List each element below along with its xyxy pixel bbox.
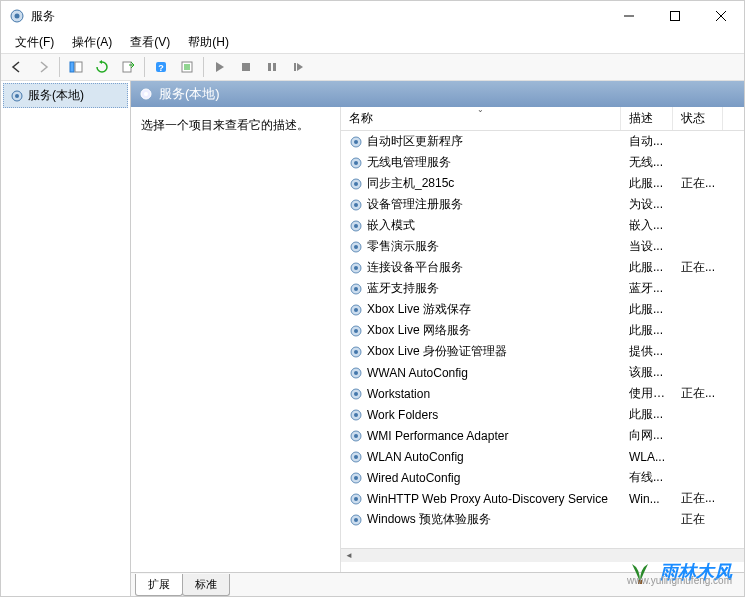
start-button[interactable] — [208, 55, 232, 79]
toolbar-separator — [203, 57, 204, 77]
service-status-cell: 正在... — [673, 259, 723, 276]
service-row[interactable]: 自动时区更新程序自动... — [341, 131, 744, 152]
service-status-cell: 正在 — [673, 511, 723, 528]
gear-icon — [349, 156, 363, 170]
main-body: 选择一个项目来查看它的描述。 ⌄ 名称 描述 状态 自动时区更新程序自动...无… — [131, 107, 744, 572]
gear-icon — [349, 219, 363, 233]
menubar: 文件(F) 操作(A) 查看(V) 帮助(H) — [1, 31, 744, 53]
service-desc-cell: WLA... — [621, 450, 673, 464]
svg-point-22 — [144, 92, 148, 96]
service-row[interactable]: Xbox Live 身份验证管理器提供... — [341, 341, 744, 362]
service-row[interactable]: Work Folders此服... — [341, 404, 744, 425]
service-desc-cell: 此服... — [621, 259, 673, 276]
stop-button[interactable] — [234, 55, 258, 79]
menu-help[interactable]: 帮助(H) — [180, 33, 237, 52]
svg-point-50 — [354, 413, 358, 417]
service-row[interactable]: WinHTTP Web Proxy Auto-Discovery Service… — [341, 488, 744, 509]
svg-point-32 — [354, 224, 358, 228]
service-desc-cell: 向网... — [621, 427, 673, 444]
svg-rect-8 — [123, 62, 131, 72]
service-row[interactable]: 蓝牙支持服务蓝牙... — [341, 278, 744, 299]
menu-view[interactable]: 查看(V) — [122, 33, 178, 52]
service-row[interactable]: 设备管理注册服务为设... — [341, 194, 744, 215]
service-desc-cell: 此服... — [621, 406, 673, 423]
maximize-button[interactable] — [652, 1, 698, 31]
svg-point-54 — [354, 455, 358, 459]
main-header-title: 服务(本地) — [159, 85, 220, 103]
forward-button[interactable] — [31, 55, 55, 79]
service-row[interactable]: 连接设备平台服务此服...正在... — [341, 257, 744, 278]
svg-point-24 — [354, 140, 358, 144]
service-name-cell: Wired AutoConfig — [341, 471, 621, 485]
properties-button[interactable] — [175, 55, 199, 79]
restart-button[interactable] — [286, 55, 310, 79]
service-row[interactable]: 同步主机_2815c此服...正在... — [341, 173, 744, 194]
service-name-cell: 嵌入模式 — [341, 217, 621, 234]
main-panel: 服务(本地) 选择一个项目来查看它的描述。 ⌄ 名称 描述 状态 自动时区更新程… — [131, 81, 744, 596]
column-header-description[interactable]: 描述 — [621, 107, 673, 130]
service-row[interactable]: WWAN AutoConfig该服... — [341, 362, 744, 383]
service-row[interactable]: 无线电管理服务无线... — [341, 152, 744, 173]
service-name-cell: Windows 预览体验服务 — [341, 511, 621, 528]
svg-point-40 — [354, 308, 358, 312]
service-name-cell: 蓝牙支持服务 — [341, 280, 621, 297]
service-name-cell: Xbox Live 网络服务 — [341, 322, 621, 339]
minimize-button[interactable] — [606, 1, 652, 31]
service-row[interactable]: WLAN AutoConfigWLA... — [341, 446, 744, 467]
service-name-cell: 无线电管理服务 — [341, 154, 621, 171]
service-row[interactable]: Wired AutoConfig有线... — [341, 467, 744, 488]
pause-button[interactable] — [260, 55, 284, 79]
sidebar-item-label: 服务(本地) — [28, 87, 84, 104]
show-hide-tree-button[interactable] — [64, 55, 88, 79]
service-name-cell: 自动时区更新程序 — [341, 133, 621, 150]
service-desc-cell: 此服... — [621, 322, 673, 339]
help-button[interactable]: ? — [149, 55, 173, 79]
watermark-url: www.yulingmufeng.com — [627, 575, 732, 586]
column-header-status[interactable]: 状态 — [673, 107, 723, 130]
svg-rect-6 — [70, 62, 74, 72]
gear-icon — [349, 240, 363, 254]
tab-standard[interactable]: 标准 — [182, 574, 230, 596]
service-row[interactable]: WMI Performance Adapter向网... — [341, 425, 744, 446]
tab-extended[interactable]: 扩展 — [135, 574, 183, 596]
refresh-button[interactable] — [90, 55, 114, 79]
window-controls — [606, 1, 744, 31]
gear-icon — [349, 303, 363, 317]
export-button[interactable] — [116, 55, 140, 79]
svg-point-44 — [354, 350, 358, 354]
window-title: 服务 — [31, 8, 606, 25]
service-name-cell: Xbox Live 身份验证管理器 — [341, 343, 621, 360]
list-body[interactable]: 自动时区更新程序自动...无线电管理服务无线...同步主机_2815c此服...… — [341, 131, 744, 548]
gear-icon — [349, 492, 363, 506]
service-row[interactable]: Windows 预览体验服务正在 — [341, 509, 744, 530]
service-desc-cell: 嵌入... — [621, 217, 673, 234]
service-row[interactable]: Xbox Live 网络服务此服... — [341, 320, 744, 341]
service-name-cell: WMI Performance Adapter — [341, 429, 621, 443]
content-area: 服务(本地) 服务(本地) 选择一个项目来查看它的描述。 ⌄ 名称 描述 状态 — [1, 81, 744, 596]
back-button[interactable] — [5, 55, 29, 79]
service-row[interactable]: 零售演示服务当设... — [341, 236, 744, 257]
service-desc-cell: Win... — [621, 492, 673, 506]
service-name-cell: Xbox Live 游戏保存 — [341, 301, 621, 318]
gear-icon — [349, 408, 363, 422]
service-name-cell: 设备管理注册服务 — [341, 196, 621, 213]
svg-rect-16 — [268, 63, 271, 71]
sidebar-item-services-local[interactable]: 服务(本地) — [3, 83, 128, 108]
service-row[interactable]: 嵌入模式嵌入... — [341, 215, 744, 236]
service-desc-cell: 蓝牙... — [621, 280, 673, 297]
description-text: 选择一个项目来查看它的描述。 — [141, 117, 330, 134]
menu-file[interactable]: 文件(F) — [7, 33, 62, 52]
svg-point-28 — [354, 182, 358, 186]
svg-rect-18 — [294, 63, 296, 71]
menu-action[interactable]: 操作(A) — [64, 33, 120, 52]
svg-point-20 — [15, 94, 19, 98]
svg-text:?: ? — [158, 63, 164, 73]
svg-point-60 — [354, 518, 358, 522]
column-header-name[interactable]: ⌄ 名称 — [341, 107, 621, 130]
close-button[interactable] — [698, 1, 744, 31]
service-row[interactable]: Xbox Live 游戏保存此服... — [341, 299, 744, 320]
service-row[interactable]: Workstation使用 ...正在... — [341, 383, 744, 404]
gear-icon — [349, 387, 363, 401]
service-status-cell: 正在... — [673, 490, 723, 507]
svg-rect-7 — [75, 62, 82, 72]
